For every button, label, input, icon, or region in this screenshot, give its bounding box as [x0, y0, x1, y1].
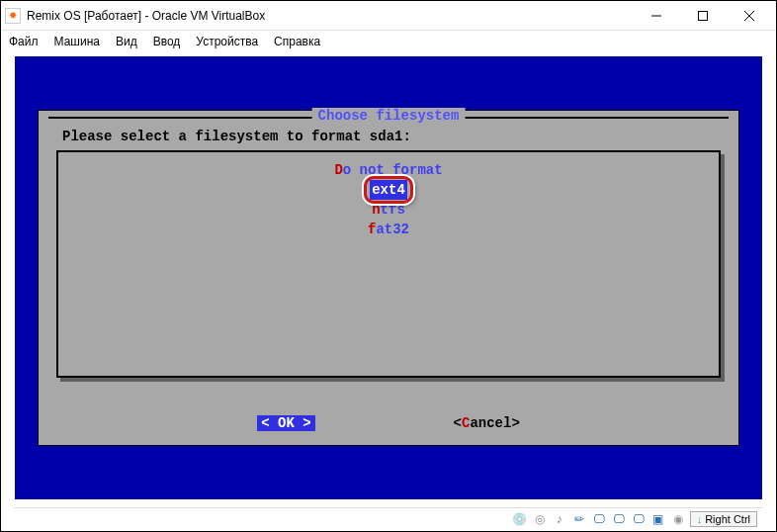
filesystem-dialog: Choose filesystem Please select a filesy…: [38, 110, 739, 446]
menu-devices[interactable]: Устройства: [196, 35, 258, 48]
shared-folder-icon[interactable]: 🖵: [611, 511, 627, 527]
window-title: Remix OS [Работает] - Oracle VM VirtualB…: [27, 9, 634, 23]
titlebar: ✸ Remix OS [Работает] - Oracle VM Virtua…: [1, 1, 776, 31]
host-key-indicator[interactable]: ↓ Right Ctrl: [690, 511, 757, 527]
dialog-prompt: Please select a filesystem to format sda…: [62, 129, 411, 144]
menu-view[interactable]: Вид: [116, 35, 137, 48]
cancel-button[interactable]: <Cancel>: [454, 415, 520, 431]
menu-input[interactable]: Ввод: [153, 35, 181, 48]
cd-icon[interactable]: ◎: [532, 511, 548, 527]
option-ext4[interactable]: ext4: [58, 180, 719, 200]
network-icon[interactable]: 🖵: [591, 511, 607, 527]
close-button[interactable]: [727, 2, 772, 30]
menubar: Файл Машина Вид Ввод Устройства Справка: [1, 31, 776, 52]
window-controls: [634, 2, 772, 30]
vm-display[interactable]: Choose filesystem Please select a filesy…: [15, 56, 762, 499]
dialog-title: Choose filesystem: [312, 108, 466, 124]
option-fat32[interactable]: fat32: [58, 220, 719, 239]
host-key-label: Right Ctrl: [705, 513, 750, 525]
audio-icon[interactable]: ♪: [552, 511, 567, 527]
dialog-buttons: < OK > <Cancel>: [39, 415, 738, 431]
arrow-down-icon: ↓: [697, 513, 703, 525]
menu-file[interactable]: Файл: [9, 35, 39, 48]
hdd-icon[interactable]: 💿: [512, 511, 528, 527]
statusbar: 💿 ◎ ♪ ✏ 🖵 🖵 🖵 ▣ ◉ ↓ Right Ctrl: [14, 507, 763, 529]
menu-machine[interactable]: Машина: [54, 35, 100, 48]
usb-icon[interactable]: ✏: [571, 511, 587, 527]
maximize-button[interactable]: [680, 2, 726, 30]
chipset-icon[interactable]: ▣: [650, 511, 666, 527]
svg-rect-1: [699, 11, 708, 20]
menu-help[interactable]: Справка: [274, 35, 320, 48]
minimize-button[interactable]: [634, 2, 679, 30]
ok-button[interactable]: < OK >: [257, 415, 314, 431]
app-icon: ✸: [5, 8, 21, 24]
display-icon[interactable]: 🖵: [631, 511, 647, 527]
recording-icon[interactable]: ◉: [670, 511, 686, 527]
filesystem-list: Do not format ext4 ntfs fat32: [56, 150, 721, 378]
option-ntfs[interactable]: ntfs: [58, 200, 719, 220]
option-donotformat[interactable]: Do not format: [58, 160, 719, 180]
